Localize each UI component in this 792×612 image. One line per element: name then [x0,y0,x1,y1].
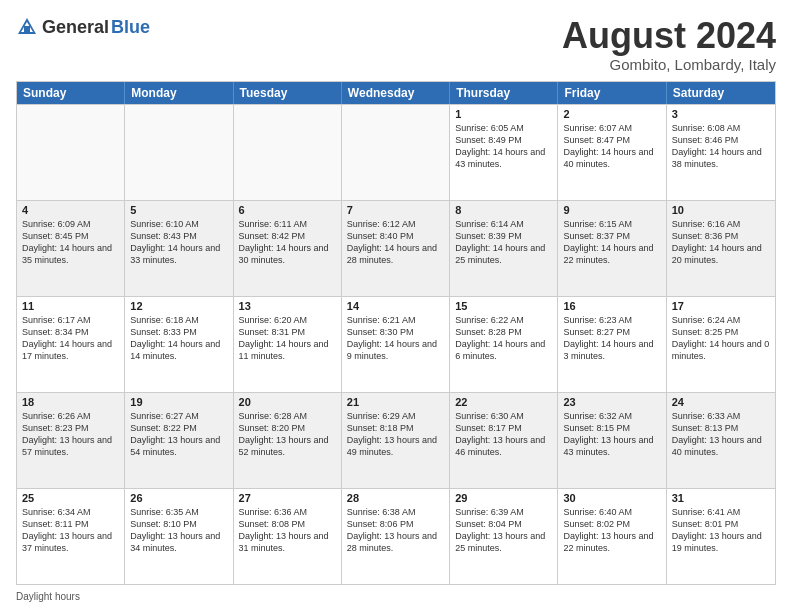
day-number: 22 [455,396,552,408]
day-number: 17 [672,300,770,312]
calendar-day-6: 6Sunrise: 6:11 AM Sunset: 8:42 PM Daylig… [234,201,342,296]
day-number: 27 [239,492,336,504]
page-title: August 2024 [562,16,776,56]
day-info: Sunrise: 6:28 AM Sunset: 8:20 PM Dayligh… [239,410,336,459]
day-number: 24 [672,396,770,408]
header-day-thursday: Thursday [450,82,558,104]
header-day-saturday: Saturday [667,82,775,104]
calendar-week-2: 11Sunrise: 6:17 AM Sunset: 8:34 PM Dayli… [17,296,775,392]
day-number: 14 [347,300,444,312]
calendar-day-29: 29Sunrise: 6:39 AM Sunset: 8:04 PM Dayli… [450,489,558,584]
day-info: Sunrise: 6:27 AM Sunset: 8:22 PM Dayligh… [130,410,227,459]
day-info: Sunrise: 6:34 AM Sunset: 8:11 PM Dayligh… [22,506,119,555]
day-number: 2 [563,108,660,120]
header-day-monday: Monday [125,82,233,104]
header-day-sunday: Sunday [17,82,125,104]
day-number: 29 [455,492,552,504]
day-number: 10 [672,204,770,216]
calendar-day-26: 26Sunrise: 6:35 AM Sunset: 8:10 PM Dayli… [125,489,233,584]
calendar-day-10: 10Sunrise: 6:16 AM Sunset: 8:36 PM Dayli… [667,201,775,296]
day-number: 4 [22,204,119,216]
day-info: Sunrise: 6:35 AM Sunset: 8:10 PM Dayligh… [130,506,227,555]
day-number: 28 [347,492,444,504]
calendar-day-18: 18Sunrise: 6:26 AM Sunset: 8:23 PM Dayli… [17,393,125,488]
day-info: Sunrise: 6:11 AM Sunset: 8:42 PM Dayligh… [239,218,336,267]
day-info: Sunrise: 6:22 AM Sunset: 8:28 PM Dayligh… [455,314,552,363]
day-info: Sunrise: 6:18 AM Sunset: 8:33 PM Dayligh… [130,314,227,363]
day-number: 11 [22,300,119,312]
calendar-day-31: 31Sunrise: 6:41 AM Sunset: 8:01 PM Dayli… [667,489,775,584]
day-info: Sunrise: 6:08 AM Sunset: 8:46 PM Dayligh… [672,122,770,171]
svg-rect-2 [24,26,30,32]
calendar-day-3: 3Sunrise: 6:08 AM Sunset: 8:46 PM Daylig… [667,105,775,200]
calendar-day-21: 21Sunrise: 6:29 AM Sunset: 8:18 PM Dayli… [342,393,450,488]
header: GeneralBlue August 2024 Gombito, Lombard… [16,16,776,73]
day-number: 12 [130,300,227,312]
day-number: 21 [347,396,444,408]
day-number: 7 [347,204,444,216]
calendar-day-5: 5Sunrise: 6:10 AM Sunset: 8:43 PM Daylig… [125,201,233,296]
page: GeneralBlue August 2024 Gombito, Lombard… [0,0,792,612]
calendar-day-20: 20Sunrise: 6:28 AM Sunset: 8:20 PM Dayli… [234,393,342,488]
calendar-week-4: 25Sunrise: 6:34 AM Sunset: 8:11 PM Dayli… [17,488,775,584]
day-number: 31 [672,492,770,504]
day-number: 5 [130,204,227,216]
day-info: Sunrise: 6:15 AM Sunset: 8:37 PM Dayligh… [563,218,660,267]
calendar-week-0: 1Sunrise: 6:05 AM Sunset: 8:49 PM Daylig… [17,104,775,200]
day-number: 19 [130,396,227,408]
day-number: 3 [672,108,770,120]
calendar-empty-cell [234,105,342,200]
header-day-wednesday: Wednesday [342,82,450,104]
day-number: 13 [239,300,336,312]
day-info: Sunrise: 6:17 AM Sunset: 8:34 PM Dayligh… [22,314,119,363]
header-day-tuesday: Tuesday [234,82,342,104]
calendar-day-25: 25Sunrise: 6:34 AM Sunset: 8:11 PM Dayli… [17,489,125,584]
calendar-day-2: 2Sunrise: 6:07 AM Sunset: 8:47 PM Daylig… [558,105,666,200]
day-info: Sunrise: 6:05 AM Sunset: 8:49 PM Dayligh… [455,122,552,171]
logo: GeneralBlue [16,16,150,38]
logo-general-text: General [42,17,109,38]
title-block: August 2024 Gombito, Lombardy, Italy [562,16,776,73]
day-info: Sunrise: 6:21 AM Sunset: 8:30 PM Dayligh… [347,314,444,363]
day-number: 8 [455,204,552,216]
day-info: Sunrise: 6:38 AM Sunset: 8:06 PM Dayligh… [347,506,444,555]
calendar-week-3: 18Sunrise: 6:26 AM Sunset: 8:23 PM Dayli… [17,392,775,488]
day-info: Sunrise: 6:41 AM Sunset: 8:01 PM Dayligh… [672,506,770,555]
day-number: 9 [563,204,660,216]
day-number: 20 [239,396,336,408]
day-number: 30 [563,492,660,504]
day-info: Sunrise: 6:09 AM Sunset: 8:45 PM Dayligh… [22,218,119,267]
logo-icon [16,16,38,38]
day-info: Sunrise: 6:20 AM Sunset: 8:31 PM Dayligh… [239,314,336,363]
calendar-body: 1Sunrise: 6:05 AM Sunset: 8:49 PM Daylig… [17,104,775,584]
calendar-header: SundayMondayTuesdayWednesdayThursdayFrid… [17,82,775,104]
calendar-day-19: 19Sunrise: 6:27 AM Sunset: 8:22 PM Dayli… [125,393,233,488]
day-number: 16 [563,300,660,312]
calendar-day-14: 14Sunrise: 6:21 AM Sunset: 8:30 PM Dayli… [342,297,450,392]
calendar-day-11: 11Sunrise: 6:17 AM Sunset: 8:34 PM Dayli… [17,297,125,392]
day-info: Sunrise: 6:30 AM Sunset: 8:17 PM Dayligh… [455,410,552,459]
day-info: Sunrise: 6:16 AM Sunset: 8:36 PM Dayligh… [672,218,770,267]
calendar-day-8: 8Sunrise: 6:14 AM Sunset: 8:39 PM Daylig… [450,201,558,296]
day-info: Sunrise: 6:26 AM Sunset: 8:23 PM Dayligh… [22,410,119,459]
calendar-day-24: 24Sunrise: 6:33 AM Sunset: 8:13 PM Dayli… [667,393,775,488]
calendar-day-22: 22Sunrise: 6:30 AM Sunset: 8:17 PM Dayli… [450,393,558,488]
calendar-day-12: 12Sunrise: 6:18 AM Sunset: 8:33 PM Dayli… [125,297,233,392]
day-number: 1 [455,108,552,120]
calendar-empty-cell [125,105,233,200]
calendar: SundayMondayTuesdayWednesdayThursdayFrid… [16,81,776,585]
calendar-day-28: 28Sunrise: 6:38 AM Sunset: 8:06 PM Dayli… [342,489,450,584]
location-subtitle: Gombito, Lombardy, Italy [562,56,776,73]
calendar-day-7: 7Sunrise: 6:12 AM Sunset: 8:40 PM Daylig… [342,201,450,296]
day-info: Sunrise: 6:29 AM Sunset: 8:18 PM Dayligh… [347,410,444,459]
day-number: 26 [130,492,227,504]
calendar-day-17: 17Sunrise: 6:24 AM Sunset: 8:25 PM Dayli… [667,297,775,392]
calendar-empty-cell [342,105,450,200]
calendar-day-9: 9Sunrise: 6:15 AM Sunset: 8:37 PM Daylig… [558,201,666,296]
day-number: 18 [22,396,119,408]
calendar-empty-cell [17,105,125,200]
day-info: Sunrise: 6:32 AM Sunset: 8:15 PM Dayligh… [563,410,660,459]
calendar-day-16: 16Sunrise: 6:23 AM Sunset: 8:27 PM Dayli… [558,297,666,392]
day-info: Sunrise: 6:07 AM Sunset: 8:47 PM Dayligh… [563,122,660,171]
day-number: 6 [239,204,336,216]
